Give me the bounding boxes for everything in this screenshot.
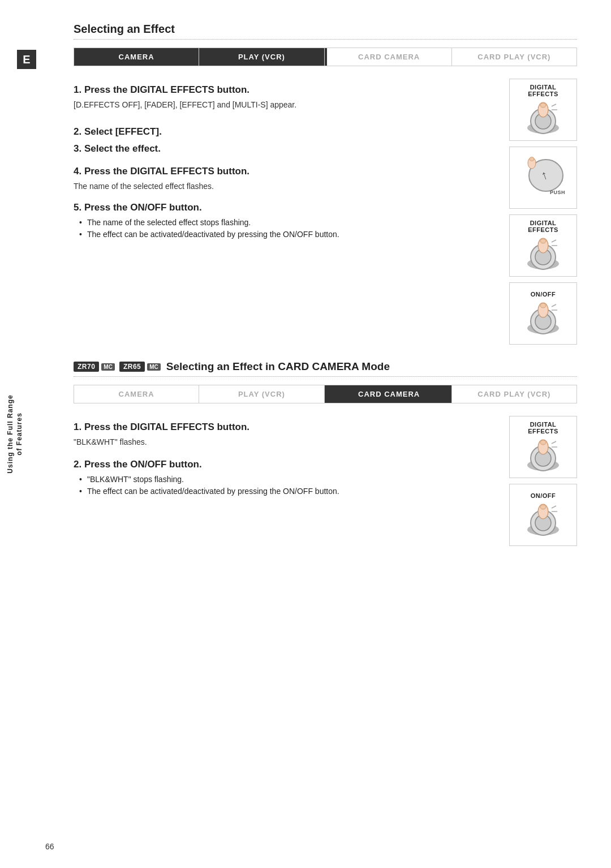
svg-text:PUSH: PUSH	[550, 190, 565, 195]
svg-rect-43	[540, 510, 547, 514]
step2-image: ↑ PUSH	[509, 147, 577, 209]
tab-card-play-1[interactable]: CARD PLAY (VCR)	[452, 48, 576, 66]
s2-step2-image-label: ON/OFF	[531, 492, 556, 499]
tab-card-camera-2[interactable]: CARD CAMERA	[327, 385, 452, 403]
step-4: 4. Press the DIGITAL EFFECTS button. The…	[74, 166, 498, 191]
tab-camera-1[interactable]: CAMERA	[74, 48, 199, 66]
main-content: Selecting an Effect CAMERA PLAY (VCR) CA…	[74, 23, 577, 546]
step4-heading: 4. Press the DIGITAL EFFECTS button.	[74, 166, 498, 177]
svg-point-14	[530, 157, 534, 161]
step5-image: ON/OFF	[509, 282, 577, 345]
svg-rect-13	[529, 162, 535, 165]
sidebar-top-label: Using the Full Range	[6, 394, 14, 473]
s2-step1-heading: 1. Press the DIGITAL EFFECTS button.	[74, 422, 498, 433]
zr65-mc-badge: MC	[147, 363, 161, 371]
s2-step1-image: DIGITALEFFECTS	[509, 416, 577, 478]
step1-text: [D.EFFECTS OFF], [FADER], [EFFECT] and […	[74, 100, 498, 109]
section1-title: Selecting an Effect	[74, 23, 577, 36]
svg-rect-35	[540, 445, 547, 450]
svg-line-45	[552, 506, 556, 508]
step-2: 2. Select [EFFECT].	[74, 126, 498, 137]
section2: ZR70MC ZR65MC Selecting an Effect in CAR…	[74, 360, 577, 546]
page: Using the Full Range of Features E Selec…	[0, 0, 611, 868]
step1-heading: 1. Press the DIGITAL EFFECTS button.	[74, 84, 498, 96]
steps-left-1: 1. Press the DIGITAL EFFECTS button. [D.…	[74, 79, 498, 243]
step1-button-svg	[523, 100, 563, 136]
svg-line-21	[552, 240, 556, 242]
s2-step2-button-svg	[523, 501, 563, 538]
svg-line-6	[552, 104, 556, 106]
step2-dial-svg: ↑ PUSH	[515, 152, 571, 203]
zr70-badge: ZR70	[74, 362, 99, 372]
step3-heading: 3. Select the effect.	[74, 143, 498, 154]
step5-image-label: ON/OFF	[531, 291, 556, 298]
step-3: 3. Select the effect.	[74, 143, 498, 154]
step5-bullets: The name of the selected effect stops fl…	[74, 218, 498, 239]
sidebar: Using the Full Range of Features	[0, 0, 29, 868]
s2-step2-bullet-1: "BLK&WHT" stops flashing.	[79, 475, 498, 484]
step5-heading: 5. Press the ON/OFF button.	[74, 202, 498, 213]
svg-point-28	[540, 303, 546, 308]
tab-camera-2[interactable]: CAMERA	[74, 385, 199, 403]
steps-right-2: DIGITALEFFECTS	[504, 416, 577, 546]
svg-line-29	[552, 304, 556, 307]
step5-button-svg	[523, 300, 563, 337]
s2-step1-image-label: DIGITALEFFECTS	[528, 421, 558, 435]
svg-line-37	[552, 441, 556, 444]
tab-card-play-2[interactable]: CARD PLAY (VCR)	[452, 385, 576, 403]
section1: Selecting an Effect CAMERA PLAY (VCR) CA…	[74, 23, 577, 345]
step-5: 5. Press the ON/OFF button. The name of …	[74, 202, 498, 239]
svg-point-20	[540, 239, 546, 243]
page-number: 66	[45, 842, 54, 851]
step4-image-label: DIGITALEFFECTS	[528, 220, 558, 233]
section2-steps: 1. Press the DIGITAL EFFECTS button. "BL…	[74, 416, 577, 546]
section1-divider	[74, 39, 577, 40]
step1-image-label: DIGITALEFFECTS	[528, 84, 558, 97]
step5-bullet-1: The name of the selected effect stops fl…	[79, 218, 498, 227]
s2-step1-text: "BLK&WHT" flashes.	[74, 437, 498, 446]
steps-right-1: DIGITALEFFECTS	[504, 79, 577, 345]
s2-step2-bullets: "BLK&WHT" stops flashing. The effect can…	[74, 475, 498, 496]
section2-divider	[74, 376, 577, 377]
step4-button-svg	[523, 235, 563, 272]
tab-play-vcr-2[interactable]: PLAY (VCR)	[199, 385, 324, 403]
step-1: 1. Press the DIGITAL EFFECTS button. [D.…	[74, 84, 498, 109]
steps-left-2: 1. Press the DIGITAL EFFECTS button. "BL…	[74, 416, 498, 500]
section2-title: Selecting an Effect in CARD CAMERA Mode	[166, 360, 390, 373]
sidebar-bottom-label: of Features	[15, 412, 23, 456]
svg-rect-27	[540, 308, 547, 313]
svg-point-44	[540, 505, 546, 509]
svg-rect-4	[540, 108, 547, 113]
tab-card-camera-1[interactable]: CARD CAMERA	[327, 48, 452, 66]
step5-bullet-2: The effect can be activated/deactivated …	[79, 230, 498, 239]
svg-rect-19	[540, 244, 547, 248]
s2-step-1: 1. Press the DIGITAL EFFECTS button. "BL…	[74, 422, 498, 446]
zr70-mc-badge: MC	[101, 363, 115, 371]
s2-step-2: 2. Press the ON/OFF button. "BLK&WHT" st…	[74, 459, 498, 496]
mode-tabs-2: CAMERA PLAY (VCR) CARD CAMERA CARD PLAY …	[74, 385, 577, 403]
s2-step2-heading: 2. Press the ON/OFF button.	[74, 459, 498, 470]
svg-point-5	[540, 103, 546, 108]
s2-step2-bullet-2: The effect can be activated/deactivated …	[79, 487, 498, 496]
section1-steps: 1. Press the DIGITAL EFFECTS button. [D.…	[74, 79, 577, 345]
s2-step1-button-svg	[523, 437, 563, 474]
mode-tabs-1: CAMERA PLAY (VCR) CARD CAMERA CARD PLAY …	[74, 48, 577, 66]
step4-text: The name of the selected effect flashes.	[74, 182, 498, 191]
s2-step2-image: ON/OFF	[509, 484, 577, 546]
section2-header: ZR70MC ZR65MC Selecting an Effect in CAR…	[74, 360, 577, 373]
zr65-badge: ZR65	[119, 362, 145, 372]
step2-heading: 2. Select [EFFECT].	[74, 126, 498, 137]
step1-image: DIGITALEFFECTS	[509, 79, 577, 141]
svg-point-36	[540, 440, 546, 445]
step4-image: DIGITALEFFECTS	[509, 214, 577, 277]
e-label: E	[17, 50, 36, 69]
tab-play-vcr-1[interactable]: PLAY (VCR)	[199, 48, 324, 66]
